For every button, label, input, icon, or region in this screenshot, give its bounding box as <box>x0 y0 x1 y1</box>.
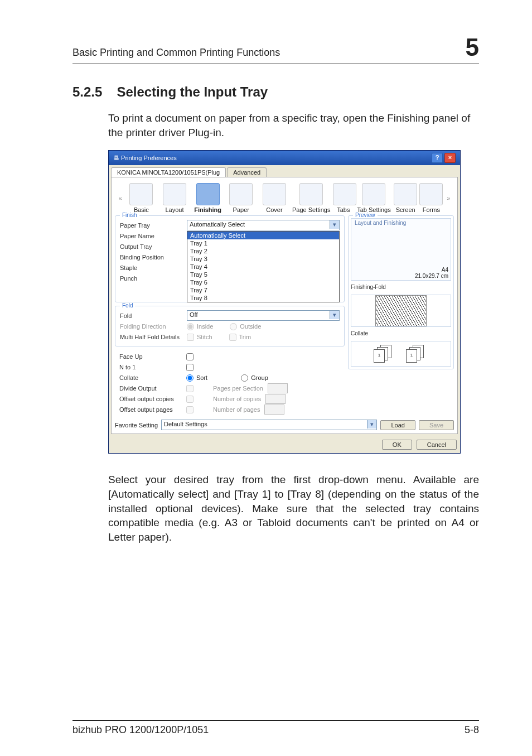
nto1-check[interactable] <box>186 364 194 371</box>
window-titlebar[interactable]: 🖶 Printing Preferences ? × <box>109 151 460 165</box>
preview-collate-label: Collate <box>351 330 451 336</box>
chevron-down-icon: ▾ <box>330 220 339 229</box>
preview-group: Preview Layout and Finishing A4 21.0x29.… <box>348 215 454 369</box>
menu-auto[interactable]: Automatically Select <box>187 232 339 239</box>
section-title: Selecting the Input Tray <box>117 84 268 100</box>
screenshot: 🖶 Printing Preferences ? × KONICA MINOLT… <box>108 150 479 454</box>
help-button[interactable]: ? <box>432 153 443 163</box>
paragraph-2: Select your desired tray from the first … <box>108 473 479 544</box>
preview-dim: 21.0x29.7 cm <box>415 273 448 279</box>
menu-tray4[interactable]: Tray 4 <box>187 263 339 271</box>
chevron-down-icon: ▾ <box>330 311 339 319</box>
divide-check <box>186 385 194 392</box>
header-rule <box>72 64 479 64</box>
offsetcopies-label: Offset output copies <box>119 396 186 402</box>
inside-radio <box>187 323 194 330</box>
punch-label: Punch <box>120 275 187 282</box>
trim-check <box>229 334 236 341</box>
finish-legend: Finish <box>120 212 139 218</box>
offsetcopies-check <box>186 396 194 403</box>
preview-size: A4 <box>415 267 448 273</box>
menu-tray7[interactable]: Tray 7 <box>187 286 339 294</box>
scroll-left-icon[interactable]: « <box>117 195 124 201</box>
pages-spin <box>268 383 288 393</box>
menu-tray3[interactable]: Tray 3 <box>187 255 339 263</box>
toolbar-paper[interactable]: Paper <box>225 183 257 213</box>
scroll-right-icon[interactable]: » <box>446 195 452 201</box>
divide-label: Divide Output <box>119 385 186 392</box>
offsetpages-check <box>186 406 194 413</box>
finish-group: Finish Paper Tray Automatically Select▾ … <box>115 215 345 302</box>
paper-name-label: Paper Name <box>120 233 187 239</box>
paper-tray-label: Paper Tray <box>120 222 187 229</box>
toolbar-forms[interactable]: Forms <box>419 183 443 213</box>
faceup-label: Face Up <box>119 353 186 360</box>
menu-tray6[interactable]: Tray 6 <box>187 278 339 286</box>
chapter-number: 5 <box>466 33 479 61</box>
tab-driver[interactable]: KONICA MINOLTA1200/1051PS(Plug <box>111 167 226 177</box>
offsetpages-label: Offset output pages <box>119 406 186 413</box>
fold-group: Fold Fold Off▾ Folding Direction Inside … <box>115 306 345 346</box>
toolbar-screen[interactable]: Screen <box>394 183 417 213</box>
toolbar-cover[interactable]: Cover <box>259 183 290 213</box>
chevron-down-icon: ▾ <box>367 420 376 428</box>
folddir-label: Folding Direction <box>120 323 187 330</box>
cancel-button[interactable]: Cancel <box>417 440 457 450</box>
preview-fold <box>351 295 451 327</box>
output-tray-label: Output Tray <box>120 243 187 250</box>
toolbar-tabs[interactable]: Tabs <box>333 183 354 213</box>
preview-finfold-label: Finishing-Fold <box>351 284 451 290</box>
toolbar-basic[interactable]: Basic <box>126 183 157 213</box>
header-title: Basic Printing and Common Printing Funct… <box>72 47 280 59</box>
close-button[interactable]: × <box>444 153 456 163</box>
toolbar-tabsettings[interactable]: Tab Settings <box>356 183 391 213</box>
toolbar-finishing[interactable]: Finishing <box>192 183 224 213</box>
collate-label: Collate <box>119 374 186 381</box>
preview-legend: Preview <box>353 212 378 218</box>
menu-tray5[interactable]: Tray 5 <box>187 271 339 278</box>
ok-button[interactable]: OK <box>382 440 412 450</box>
save-button: Save <box>419 420 454 430</box>
fold-dropdown[interactable]: Off▾ <box>187 310 340 321</box>
preview-collate: 321 321 <box>351 341 451 367</box>
load-button[interactable]: Load <box>380 420 415 430</box>
footer-right: 5-8 <box>465 724 479 736</box>
footer-left: bizhub PRO 1200/1200P/1051 <box>72 724 209 736</box>
fav-dropdown[interactable]: Default Settings▾ <box>161 420 377 430</box>
toolbar-pagesettings[interactable]: Page Settings <box>292 183 331 213</box>
fold-label: Fold <box>120 312 187 319</box>
copies-spin <box>265 394 286 404</box>
menu-tray1[interactable]: Tray 1 <box>187 239 339 247</box>
stitch-check <box>187 334 194 341</box>
toolbar-layout[interactable]: Layout <box>159 183 190 213</box>
menu-tray2[interactable]: Tray 2 <box>187 247 339 255</box>
paper-tray-menu[interactable]: Automatically Select Tray 1 Tray 2 Tray … <box>187 231 340 302</box>
preview-layout-title: Layout and Finishing <box>355 220 406 226</box>
fav-label: Favorite Setting <box>115 422 158 428</box>
group-radio[interactable] <box>241 374 248 382</box>
staple-label: Staple <box>120 264 187 271</box>
outside-radio <box>230 323 237 330</box>
sort-radio[interactable] <box>186 374 194 382</box>
binding-label: Binding Position <box>120 254 187 261</box>
paper-tray-dropdown[interactable]: Automatically Select▾ <box>187 220 340 230</box>
printer-icon: 🖶 <box>113 155 121 161</box>
faceup-check[interactable] <box>186 353 194 360</box>
fold-legend: Fold <box>120 302 135 309</box>
section-num: 5.2.5 <box>72 84 102 100</box>
window-title: Printing Preferences <box>121 155 177 161</box>
preview-layout: Layout and Finishing A4 21.0x29.7 cm <box>351 218 451 281</box>
menu-tray8[interactable]: Tray 8 <box>187 294 339 302</box>
multi-label: Multi Half Fold Details <box>120 334 187 340</box>
npages-spin <box>264 405 284 415</box>
nto1-label: N to 1 <box>119 364 186 370</box>
paragraph-1: To print a document on paper from a spec… <box>108 111 479 139</box>
tab-advanced[interactable]: Advanced <box>227 167 267 177</box>
